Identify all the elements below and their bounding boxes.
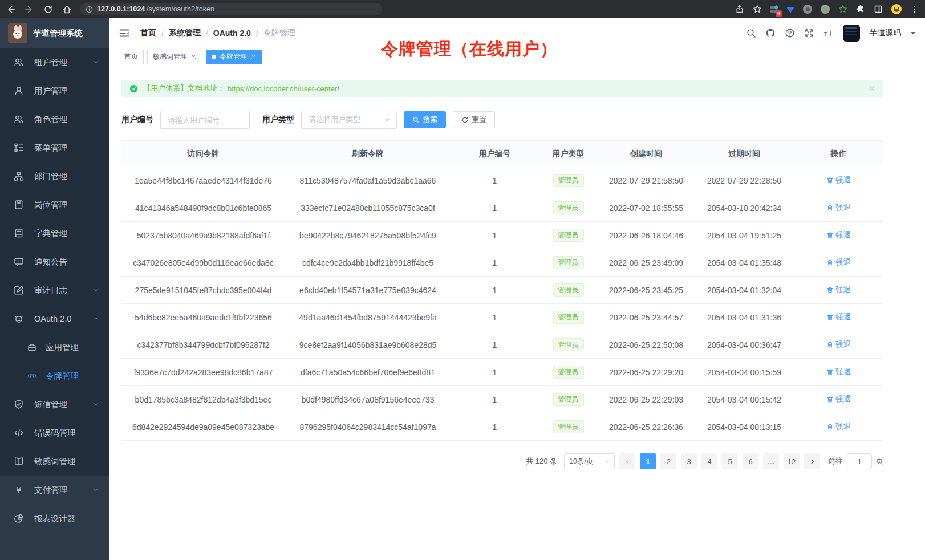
user-menu-caret-icon[interactable] <box>910 30 916 36</box>
gem-extension-icon[interactable] <box>786 7 794 13</box>
tab-敏感词管理[interactable]: 敏感词管理 <box>147 50 202 64</box>
notice-text: 【用户体系】文档地址： <box>143 83 225 94</box>
sidebar-item-notice[interactable]: 通知公告 <box>0 247 109 276</box>
breadcrumb-item[interactable]: OAuth 2.0 <box>213 29 251 38</box>
force-logout-label: 强退 <box>835 367 851 377</box>
search-button[interactable]: 搜索 <box>404 111 446 128</box>
force-logout-button[interactable]: 强退 <box>826 312 851 322</box>
bookmark-star-icon[interactable] <box>753 5 762 14</box>
extension-badge-icon[interactable]: 9 <box>770 6 778 13</box>
goto-page-input[interactable] <box>847 453 872 469</box>
reload-icon[interactable] <box>43 5 53 14</box>
user-type-select[interactable]: 请选择用户类型 <box>301 111 397 129</box>
sidebar-item-sensitive-word[interactable]: 敏感词管理 <box>0 447 109 476</box>
force-logout-label: 强退 <box>835 175 851 185</box>
breadcrumb-item[interactable]: 首页 <box>140 28 156 38</box>
username[interactable]: 芋道源码 <box>869 28 901 38</box>
sidebar-item-menu[interactable]: 菜单管理 <box>0 133 109 162</box>
user-id-cell: 1 <box>451 304 539 331</box>
browser-menu-dots-icon[interactable] <box>910 5 919 14</box>
info-icon[interactable] <box>86 6 93 13</box>
user-type-badge: 管理员 <box>553 393 584 406</box>
page-ellipsis-button[interactable]: … <box>763 453 779 469</box>
table-row: c342377bf8b344799dcbf7bf095287f29ce8ef2a… <box>121 331 883 359</box>
sidebar-item-dict[interactable]: 字典管理 <box>0 219 109 247</box>
page-size-select[interactable]: 10条/页 <box>564 453 615 469</box>
force-logout-button[interactable]: 强退 <box>826 202 851 213</box>
github-icon[interactable] <box>765 28 776 38</box>
force-logout-label: 强退 <box>835 285 851 295</box>
force-logout-button[interactable]: 强退 <box>826 175 851 185</box>
force-logout-button[interactable]: 强退 <box>826 230 851 240</box>
force-logout-button[interactable]: 强退 <box>826 257 851 267</box>
sidebar-item-error-code[interactable]: 错误码管理 <box>0 419 109 447</box>
next-page-button[interactable] <box>804 453 820 469</box>
extension-dot-icon[interactable] <box>821 5 830 14</box>
page-button-4[interactable]: 4 <box>701 453 717 469</box>
fullscreen-icon[interactable] <box>804 28 814 38</box>
puzzle-extensions-icon[interactable] <box>856 5 865 14</box>
notice-bar: 【用户体系】文档地址： https://doc.iocoder.cn/user-… <box>121 80 883 97</box>
side-panel-icon[interactable] <box>874 5 883 14</box>
extension-wheel-icon[interactable] <box>803 5 812 14</box>
user-id-input[interactable] <box>160 111 250 129</box>
back-icon[interactable] <box>6 5 15 14</box>
user-type-cell: 管理员 <box>539 194 598 222</box>
page-button-6[interactable]: 6 <box>743 453 758 469</box>
sidebar-item-tenant[interactable]: 租户管理 <box>0 48 109 76</box>
user-type-label: 用户类型 <box>262 115 294 125</box>
force-logout-button[interactable]: 强退 <box>826 367 851 377</box>
page-button-3[interactable]: 3 <box>681 453 697 469</box>
sidebar-item-role[interactable]: 角色管理 <box>0 105 109 133</box>
page-button-2[interactable]: 2 <box>660 453 676 469</box>
sidebar-item-oauth2[interactable]: OAuth 2.0 <box>0 305 109 333</box>
sidebar-item-oauth2-app[interactable]: 应用管理 <box>0 333 109 362</box>
help-icon[interactable] <box>785 28 795 38</box>
force-logout-button[interactable]: 强退 <box>826 339 851 350</box>
reset-button[interactable]: 重置 <box>453 111 495 128</box>
force-logout-button[interactable]: 强退 <box>826 421 851 432</box>
refresh-token-cell: 49d1aa46d1454fbd87591444423be9fa <box>285 304 451 331</box>
url-bar[interactable]: 127.0.0.1:1024/system/oauth2/token <box>80 3 382 15</box>
app-logo-row[interactable]: 芋道管理系统 <box>0 18 109 48</box>
font-size-icon[interactable]: TT <box>823 28 834 38</box>
breadcrumb-item[interactable]: 系统管理 <box>169 28 201 38</box>
sidebar-item-pay[interactable]: ¥支付管理 <box>0 476 109 504</box>
close-icon[interactable] <box>250 54 257 60</box>
sidebar-item-label: 短信管理 <box>34 399 67 410</box>
force-logout-button[interactable]: 强退 <box>826 285 851 295</box>
user-avatar[interactable] <box>843 25 860 42</box>
sidebar-item-sms[interactable]: 短信管理 <box>0 390 109 419</box>
page-button-5[interactable]: 5 <box>722 453 738 469</box>
share-icon[interactable] <box>735 5 744 14</box>
prev-page-button[interactable] <box>619 453 635 469</box>
sidebar-item-audit-log[interactable]: 审计日志 <box>0 276 109 305</box>
sidebar-item-user[interactable]: 用户管理 <box>0 76 109 105</box>
notice-link[interactable]: https://doc.iocoder.cn/user-center/ <box>228 84 339 93</box>
green-star-extension-icon[interactable] <box>838 5 847 14</box>
tab-label: 敏感词管理 <box>153 52 187 62</box>
chart-pie-icon <box>14 513 24 524</box>
sidebar-item-dept[interactable]: 部门管理 <box>0 162 109 190</box>
force-logout-label: 强退 <box>835 394 851 404</box>
search-icon[interactable] <box>746 28 756 38</box>
close-icon[interactable] <box>190 54 197 60</box>
sidebar-item-label: 菜单管理 <box>34 143 67 153</box>
tab-首页[interactable]: 首页 <box>119 50 144 64</box>
sidebar-item-label: 租户管理 <box>34 57 67 68</box>
expire-time-cell: 2054-03-10 20:42:34 <box>695 194 794 222</box>
sidebar-item-oauth2-token[interactable]: A令牌管理 <box>0 362 109 390</box>
profile-avatar-icon[interactable] <box>891 4 902 14</box>
force-logout-button[interactable]: 强退 <box>826 394 851 404</box>
notice-close-icon[interactable] <box>869 85 875 92</box>
tab-令牌管理[interactable]: 令牌管理 <box>206 50 262 64</box>
table-row: 41c41346a548490f9dc8b01c6bfe0865333ecfc7… <box>121 194 883 222</box>
page-button-12[interactable]: 12 <box>784 453 800 469</box>
table-row: 6d842e2924594de9a09e45e087323abe8796295f… <box>121 413 883 441</box>
sidebar-item-report-designer[interactable]: 报表设计器 <box>0 504 109 533</box>
hamburger-icon[interactable] <box>119 27 130 39</box>
home-icon[interactable] <box>62 5 72 14</box>
forward-icon[interactable] <box>25 5 34 14</box>
sidebar-item-post[interactable]: 岗位管理 <box>0 190 109 219</box>
page-button-1[interactable]: 1 <box>640 453 656 469</box>
